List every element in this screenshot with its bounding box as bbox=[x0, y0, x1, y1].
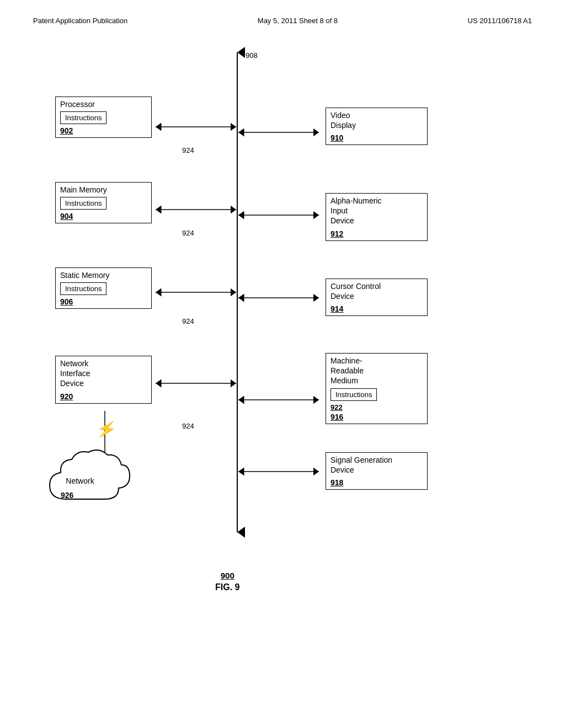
header-left: Patent Application Publication bbox=[33, 17, 127, 25]
network-interface-box: Network Interface Device 920 bbox=[55, 356, 152, 404]
main-memory-box: Main Memory Instructions 904 bbox=[55, 182, 152, 223]
network-number: 926 bbox=[61, 491, 73, 500]
machine-readable-inner: Instructions bbox=[331, 388, 377, 401]
figure-label: FIG. 9 bbox=[215, 582, 239, 592]
main-memory-number: 904 bbox=[60, 212, 73, 221]
processor-title: Processor bbox=[60, 99, 95, 109]
cursor-control-number: 914 bbox=[331, 304, 343, 313]
diagram-area: 908 Processor Instructions 902 924 Main … bbox=[0, 36, 565, 676]
static-memory-box: Static Memory Instructions 906 bbox=[55, 267, 152, 309]
network-interface-number: 920 bbox=[60, 392, 73, 401]
network-cloud: Network 926 bbox=[33, 444, 143, 516]
label-908: 908 bbox=[246, 51, 258, 60]
video-display-number: 910 bbox=[331, 133, 343, 142]
signal-generation-number: 918 bbox=[331, 478, 343, 487]
machine-readable-title: Machine- Readable Medium bbox=[331, 356, 364, 386]
label-924-4: 924 bbox=[182, 422, 194, 430]
machine-readable-number: 916 bbox=[331, 413, 343, 421]
label-924-2: 924 bbox=[182, 229, 194, 237]
static-memory-number: 906 bbox=[60, 297, 73, 306]
header: Patent Application Publication May 5, 20… bbox=[0, 0, 565, 30]
figure-number: 900 bbox=[215, 571, 239, 580]
video-display-title: Video Display bbox=[331, 110, 356, 130]
page: Patent Application Publication May 5, 20… bbox=[0, 0, 565, 728]
cursor-control-title: Cursor Control Device bbox=[331, 281, 381, 301]
header-middle: May 5, 2011 Sheet 8 of 8 bbox=[258, 17, 338, 25]
static-memory-title: Static Memory bbox=[60, 270, 109, 280]
cursor-control-box: Cursor Control Device 914 bbox=[326, 279, 428, 316]
machine-readable-box: Machine- Readable Medium Instructions 92… bbox=[326, 353, 428, 424]
main-memory-inner: Instructions bbox=[60, 197, 106, 210]
figure-area: 900 FIG. 9 bbox=[215, 571, 239, 592]
lightning-bolt-icon: ⚡ bbox=[95, 417, 119, 440]
processor-inner: Instructions bbox=[60, 111, 106, 124]
machine-readable-inner-number: 922 bbox=[331, 403, 343, 411]
svg-text:Network: Network bbox=[66, 477, 94, 485]
label-924-1: 924 bbox=[182, 146, 194, 154]
alpha-numeric-box: Alpha-Numeric Input Device 912 bbox=[326, 193, 428, 241]
alpha-numeric-title: Alpha-Numeric Input Device bbox=[331, 196, 382, 226]
alpha-numeric-number: 912 bbox=[331, 229, 343, 238]
processor-box: Processor Instructions 902 bbox=[55, 97, 152, 138]
network-interface-title: Network Interface Device bbox=[60, 358, 90, 389]
main-memory-title: Main Memory bbox=[60, 185, 107, 195]
signal-generation-box: Signal Generation Device 918 bbox=[326, 452, 428, 490]
processor-number: 902 bbox=[60, 126, 73, 135]
static-memory-inner: Instructions bbox=[60, 282, 106, 295]
header-right: US 2011/106718 A1 bbox=[468, 17, 532, 25]
signal-generation-title: Signal Generation Device bbox=[331, 455, 392, 475]
video-display-box: Video Display 910 bbox=[326, 108, 428, 145]
label-924-3: 924 bbox=[182, 317, 194, 325]
